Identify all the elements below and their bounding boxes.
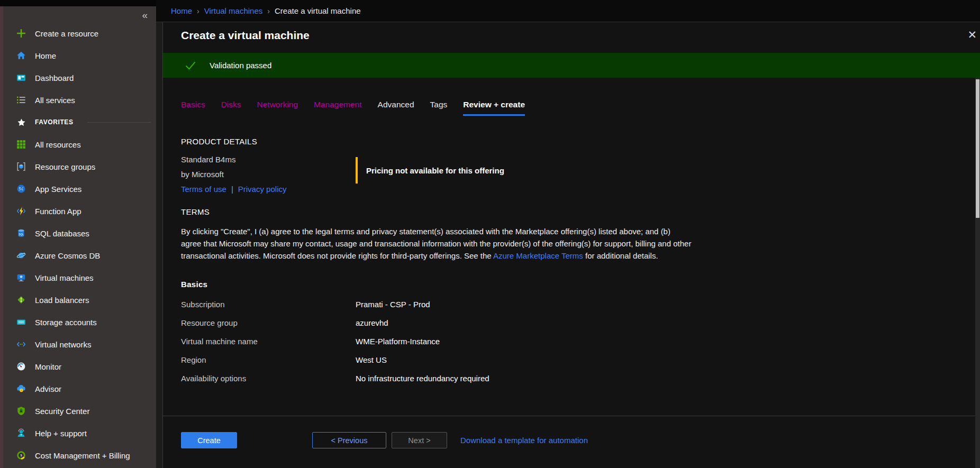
sidebar-item-label: Dashboard [35,74,74,82]
advisor-icon [16,383,26,394]
plus-icon [16,28,26,39]
row-label: Region [181,355,356,364]
sidebar-item-label: All services [35,96,75,105]
row-label: Availability options [181,374,356,383]
resource-groups-icon [16,161,26,172]
sidebar-item-label: Function App [35,207,81,216]
monitor-icon [16,361,26,372]
row-value: WME-Platform-Instance [356,337,440,346]
sidebar-item-sql-databases[interactable]: SQL SQL databases [3,222,156,244]
sidebar-item-storage-accounts[interactable]: Storage accounts [3,311,156,333]
tab-networking[interactable]: Networking [257,100,298,116]
sidebar-item-label: Resource groups [35,162,95,171]
create-button[interactable]: Create [181,432,237,448]
sidebar-item-all-services[interactable]: All services [3,89,156,111]
product-details-section: PRODUCT DETAILS Standard B4ms by Microso… [163,137,980,194]
sidebar-item-label: Create a resource [35,29,98,38]
azure-marketplace-terms-link[interactable]: Azure Marketplace Terms [493,251,583,260]
function-app-icon [16,206,26,216]
sidebar-item-create-a-resource[interactable]: Create a resource [3,22,156,44]
sidebar-item-dashboard[interactable]: Dashboard [3,67,156,89]
tab-advanced[interactable]: Advanced [378,100,414,116]
sidebar-item-label: Home [35,51,56,60]
dashboard-icon [16,72,26,83]
breadcrumb-current: Create a virtual machine [275,6,361,15]
chevron-right-icon: › [197,7,199,15]
sidebar-item-load-balancers[interactable]: Load balancers [3,289,156,311]
product-name: Standard B4ms [181,155,356,164]
close-icon[interactable]: ✕ [967,29,977,41]
all-services-icon [16,95,26,105]
tab-basics[interactable]: Basics [181,100,205,116]
sidebar-favorites-header: FAVORITES [3,111,156,133]
table-row: Virtual machine name WME-Platform-Instan… [181,332,980,351]
table-row: Region West US [181,351,980,369]
blade-gutter [156,22,162,468]
sidebar-item-label: Azure Cosmos DB [35,251,100,260]
breadcrumb: Home › Virtual machines › Create a virtu… [156,0,980,22]
svg-text:SQL: SQL [19,233,24,236]
sidebar-item-label: Monitor [35,362,61,371]
chevron-right-icon: › [267,7,270,15]
table-row: Availability options No infrastructure r… [181,369,980,388]
download-template-link[interactable]: Download a template for automation [460,436,588,445]
sidebar-item-home[interactable]: Home [3,44,156,67]
terms-of-use-link[interactable]: Terms of use [181,185,226,194]
scrollbar[interactable] [975,78,980,468]
wizard-footer: Create < Previous Next > Download a temp… [181,432,588,448]
security-center-icon [16,406,26,416]
sidebar-item-virtual-networks[interactable]: Virtual networks [3,333,156,355]
top-strip [0,0,156,6]
favorites-label: FAVORITES [35,118,74,126]
basics-table: Subscription Pramati - CSP - Prod Resour… [181,295,980,388]
terms-heading: TERMS [181,207,980,216]
row-label: Virtual machine name [181,337,356,346]
load-balancers-icon [16,295,26,305]
next-button[interactable]: Next > [392,432,447,448]
sidebar-item-all-resources[interactable]: All resources [3,133,156,155]
sidebar-item-azure-cosmos-db[interactable]: Azure Cosmos DB [3,244,156,267]
tab-disks[interactable]: Disks [221,100,241,116]
basics-section: Basics Subscription Pramati - CSP - Prod… [163,280,980,388]
breadcrumb-virtual-machines[interactable]: Virtual machines [204,6,263,15]
favorites-divider [87,122,151,123]
basics-heading: Basics [181,280,980,289]
sidebar-item-virtual-machines[interactable]: Virtual machines [3,267,156,289]
row-value: No infrastructure redundancy required [356,374,489,383]
previous-button[interactable]: < Previous [312,432,386,448]
product-publisher: by Microsoft [181,170,356,179]
sidebar-item-label: Security Center [35,407,89,416]
sidebar-item-advisor[interactable]: Advisor [3,378,156,400]
row-label: Subscription [181,300,356,309]
validation-message: Validation passed [210,61,271,70]
link-separator: | [231,185,233,194]
tab-tags[interactable]: Tags [430,100,448,116]
privacy-policy-link[interactable]: Privacy policy [238,185,287,194]
table-row: Subscription Pramati - CSP - Prod [181,295,980,314]
blade-titlebar: Create a virtual machine ✕ [163,22,980,53]
wizard-tabs: Basics Disks Networking Management Advan… [181,100,980,116]
validation-banner: Validation passed [163,53,980,78]
sidebar-item-label: App Services [35,185,81,194]
footer-divider [163,416,980,416]
row-label: Resource group [181,318,356,327]
sidebar-item-label: Help + support [35,429,87,438]
scrollbar-thumb[interactable] [976,79,979,218]
sidebar-item-function-app[interactable]: Function App [3,200,156,222]
product-details-heading: PRODUCT DETAILS [181,137,980,146]
virtual-machines-icon [16,272,26,283]
sidebar-item-security-center[interactable]: Security Center [3,400,156,422]
sidebar-item-app-services[interactable]: App Services [3,178,156,200]
sidebar-item-resource-groups[interactable]: Resource groups [3,155,156,178]
tab-review-create[interactable]: Review + create [463,100,525,116]
all-resources-icon [16,139,26,150]
sidebar-item-monitor[interactable]: Monitor [3,355,156,378]
row-value: Pramati - CSP - Prod [356,300,430,309]
terms-body: By clicking "Create", I (a) agree to the… [181,225,692,262]
sidebar-collapse-button[interactable]: « [142,10,148,21]
tab-management[interactable]: Management [314,100,361,116]
help-support-icon [16,428,26,438]
breadcrumb-home[interactable]: Home [171,6,192,15]
sidebar-item-help-support[interactable]: Help + support [3,422,156,444]
sidebar-item-cost-management[interactable]: $ Cost Management + Billing [3,444,156,466]
